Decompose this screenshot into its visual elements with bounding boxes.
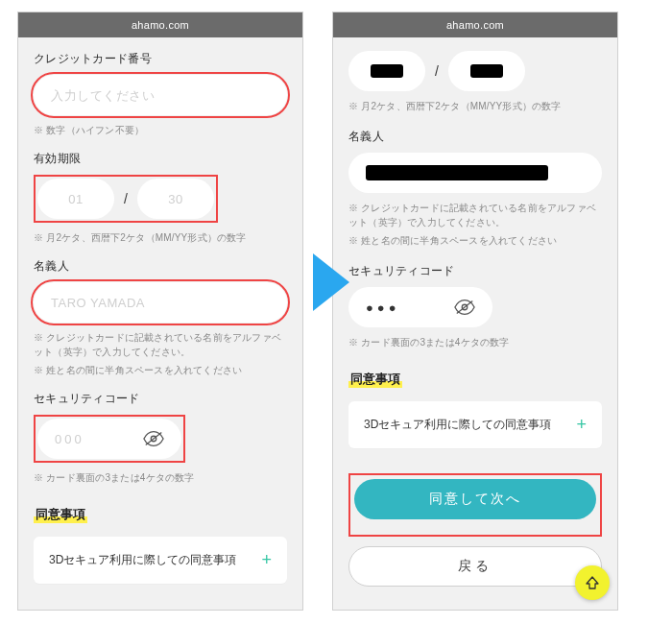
scroll-top-button[interactable] (575, 565, 610, 600)
svg-line-3 (457, 301, 473, 314)
security-placeholder: 000 (55, 432, 84, 446)
phone-before: ahamo.com クレジットカード番号 ※ 数字（ハイフン不要） 有効期限 0… (17, 12, 303, 611)
consent-accordion[interactable]: 3Dセキュア利用に際しての同意事項 + (34, 537, 287, 584)
agree-button-highlight: 同意して次へ (348, 473, 602, 537)
expiry-note: ※ 月2ケタ、西暦下2ケタ（MM/YY形式）の数字 (34, 230, 287, 245)
security-input[interactable]: 000 (37, 419, 181, 459)
svg-marker-4 (313, 253, 349, 311)
holder-field[interactable] (51, 296, 270, 310)
security-masked: ●●● (366, 300, 400, 315)
security-label: セキュリティコード (34, 391, 287, 407)
security-note: ※ カード裏面の3または4ケタの数字 (34, 470, 287, 485)
consent-item-label: 3Dセキュア利用に際しての同意事項 (49, 552, 236, 568)
back-button[interactable]: 戻る (348, 546, 602, 587)
card-number-note: ※ 数字（ハイフン不要） (34, 123, 287, 137)
consent-heading: 同意事項 (348, 371, 402, 388)
arrow-up-icon (585, 575, 600, 590)
security-input[interactable]: ●●● (348, 287, 492, 327)
holder-note-2: ※ 姓と名の間に半角スペースを入れてください (348, 233, 602, 248)
holder-note-2: ※ 姓と名の間に半角スペースを入れてください (34, 363, 287, 377)
holder-note-1: ※ クレジットカードに記載されている名前をアルファベット（英字）で入力してくださ… (348, 201, 602, 229)
card-number-input[interactable] (34, 75, 287, 115)
holder-note-1: ※ クレジットカードに記載されている名前をアルファベット（英字）で入力してくださ… (34, 330, 287, 359)
expand-icon: + (576, 415, 587, 435)
holder-label: 名義人 (348, 129, 602, 145)
consent-heading: 同意事項 (34, 506, 87, 523)
consent-accordion[interactable]: 3Dセキュア利用に際しての同意事項 + (348, 401, 602, 448)
expiry-slash: / (124, 191, 128, 206)
security-highlight: 000 (34, 415, 185, 463)
expiry-year-input[interactable]: 30 (137, 179, 214, 219)
redacted-year (470, 64, 503, 78)
phone-after: ahamo.com / ※ 月2ケタ、西暦下2ケタ（MM/YY形式）の数字 名義… (332, 12, 618, 611)
card-number-field[interactable] (51, 88, 270, 103)
agree-next-button[interactable]: 同意して次へ (354, 479, 596, 519)
holder-input[interactable] (34, 282, 287, 323)
holder-input[interactable] (348, 153, 602, 193)
expiry-note: ※ 月2ケタ、西暦下2ケタ（MM/YY形式）の数字 (348, 99, 602, 113)
expiry-month-input[interactable]: 01 (37, 179, 114, 219)
redacted-month (371, 64, 403, 78)
url-bar: ahamo.com (18, 12, 302, 37)
visibility-toggle-icon[interactable] (454, 300, 475, 315)
redacted-holder (366, 165, 548, 180)
expand-icon: + (261, 550, 272, 570)
expiry-label: 有効期限 (34, 151, 287, 167)
expiry-month-input[interactable] (348, 51, 425, 91)
consent-item-label: 3Dセキュア利用に際しての同意事項 (364, 417, 551, 433)
expiry-highlight: 01 / 30 (34, 175, 218, 223)
expiry-slash: / (435, 63, 439, 79)
card-number-label: クレジットカード番号 (34, 51, 287, 67)
transition-arrow-icon (313, 253, 349, 311)
svg-line-1 (146, 433, 162, 445)
security-label: セキュリティコード (348, 263, 602, 279)
security-note: ※ カード裏面の3または4ケタの数字 (348, 335, 602, 349)
expiry-year-input[interactable] (448, 51, 525, 91)
holder-label: 名義人 (34, 258, 287, 275)
url-bar: ahamo.com (333, 12, 617, 37)
visibility-toggle-icon[interactable] (143, 431, 164, 446)
